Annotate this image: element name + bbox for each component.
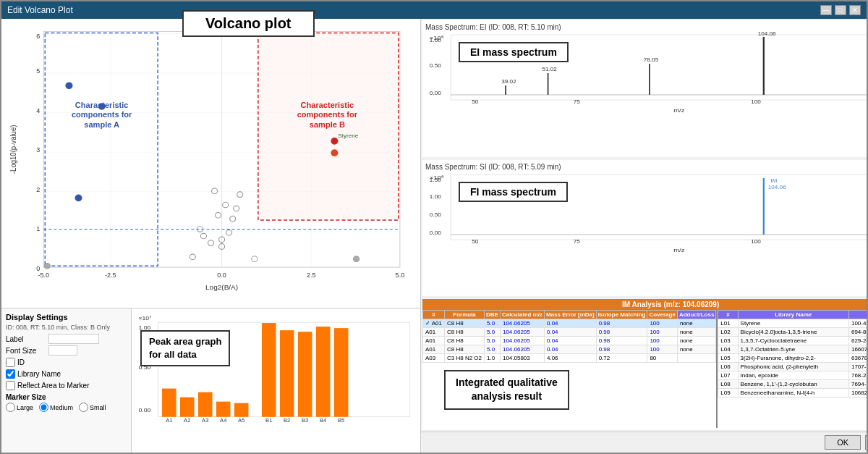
data-point[interactable] — [65, 82, 72, 89]
data-point[interactable] — [354, 256, 359, 262]
svg-text:1.00: 1.00 — [430, 38, 441, 43]
svg-rect-37 — [180, 398, 195, 417]
svg-text:m/z: m/z — [673, 107, 685, 114]
display-settings-panel: Display Settings ID: 008, RT: 5.10 min, … — [1, 308, 132, 453]
svg-text:0.0: 0.0 — [217, 272, 226, 279]
svg-text:A5: A5 — [238, 417, 244, 424]
svg-text:A2: A2 — [184, 417, 190, 424]
sample-b-label-2: components for — [297, 111, 358, 119]
svg-text:-2.5: -2.5 — [105, 272, 116, 279]
ei-spectrum-title: Mass Spectrum: EI (ID: 008, RT: 5.10 min… — [425, 23, 867, 31]
cancel-button[interactable]: Cancel — [865, 435, 867, 450]
id-checkbox[interactable] — [6, 358, 15, 367]
styrene-point[interactable] — [331, 138, 338, 145]
table-row[interactable]: ✓ A01C8 H85.0 104.062050.04 0.98100none — [423, 319, 716, 328]
svg-text:B4: B4 — [320, 417, 326, 424]
library-row[interactable]: L06Phosphonic acid, (2-phenyleth1707-08-… — [718, 363, 867, 371]
svg-text:50: 50 — [472, 99, 478, 105]
svg-text:B3: B3 — [302, 417, 308, 424]
reflect-area-checkbox[interactable] — [6, 381, 15, 390]
analysis-result-line2: analysis result — [472, 390, 542, 402]
svg-text:A1: A1 — [166, 417, 172, 424]
main-content: 0 1 2 3 4 5 6 -5.0 - — [1, 19, 867, 453]
svg-text:B1: B1 — [265, 417, 272, 424]
marker-size-radios: Large Medium Small — [6, 403, 127, 412]
table-row[interactable]: A03C3 H8 N2 O21.0 104.058034.06 0.7280 — [423, 354, 716, 363]
label-input[interactable] — [48, 334, 99, 344]
data-point[interactable] — [44, 263, 50, 269]
library-row[interactable]: L08Benzene, 1,1'-(1,2-cyclobutan7694-30-… — [718, 380, 867, 389]
svg-text:104.06: 104.06 — [758, 31, 776, 37]
id-checkbox-row: ID — [6, 358, 127, 367]
library-row[interactable]: L07Indan, epoxide768-22-9 — [718, 371, 867, 380]
library-name-checkbox-label: Library Name — [17, 370, 61, 378]
svg-rect-40 — [234, 403, 249, 417]
close-button[interactable]: ✕ — [849, 5, 861, 15]
font-size-label: Font Size — [6, 347, 46, 355]
svg-text:B2: B2 — [284, 417, 290, 424]
table-row[interactable]: A01C8 H85.0 104.062050.04 0.98100none — [423, 345, 716, 354]
left-analysis-table: # Formula DBE Calculated m/z Mass Error … — [422, 310, 716, 428]
svg-text:104.06: 104.06 — [768, 184, 786, 190]
svg-text:51.02: 51.02 — [542, 67, 556, 72]
sample-a-label-2: components for — [72, 111, 132, 119]
large-radio[interactable] — [6, 403, 15, 412]
data-point[interactable] — [75, 195, 82, 202]
library-row[interactable]: L031,3,5,7-Cyclooctatetraene629-20-9 — [718, 337, 867, 345]
small-radio[interactable] — [79, 403, 88, 412]
svg-text:39.02: 39.02 — [501, 79, 516, 85]
table-row[interactable]: A01C8 H85.0 104.062050.04 0.98100none — [423, 328, 716, 337]
svg-text:0.00: 0.00 — [138, 406, 150, 413]
svg-text:2.5: 2.5 — [307, 272, 316, 279]
main-window: Edit Volcano Plot — □ ✕ Volcano plot — [0, 0, 868, 454]
fi-spectrum-label: FI mass spectrum — [470, 186, 556, 198]
svg-rect-45 — [334, 328, 349, 417]
svg-text:0.50: 0.50 — [430, 63, 441, 69]
label-field-label: Label — [6, 335, 46, 343]
svg-text:0: 0 — [36, 265, 40, 272]
styrene-label: Styrene — [338, 133, 358, 139]
library-row[interactable]: L041,3,7-Octatrien-5-yne16607-77-5 — [718, 345, 867, 354]
fi-spectrum-label-box: FI mass spectrum — [459, 182, 568, 202]
library-row[interactable]: L053(2H)-Furanone, dihydro-2,2-63678-00-… — [718, 354, 867, 363]
large-radio-label: Large — [17, 404, 33, 411]
font-size-input[interactable] — [48, 345, 77, 356]
svg-text:IM: IM — [770, 177, 777, 183]
svg-text:75: 75 — [574, 238, 580, 244]
maximize-button[interactable]: □ — [835, 5, 846, 15]
peak-area-line1: Peak area graph — [149, 336, 221, 347]
window-controls: — □ ✕ — [820, 5, 861, 15]
minimize-button[interactable]: — — [820, 5, 832, 15]
svg-text:1: 1 — [36, 226, 40, 233]
library-name-checkbox-row: Library Name — [6, 369, 127, 379]
analysis-result-line1: Integrated qualitative — [456, 377, 558, 388]
volcano-plot-area: 0 1 2 3 4 5 6 -5.0 - — [1, 19, 420, 308]
library-table: # Library Name CAS# Sim L01Styrene100-42… — [718, 310, 867, 398]
label-row: Label — [6, 334, 127, 344]
svg-text:5: 5 — [36, 67, 40, 75]
svg-text:A4: A4 — [220, 417, 226, 424]
svg-text:A3: A3 — [202, 417, 208, 424]
data-point[interactable] — [331, 149, 338, 156]
id-checkbox-label: ID — [17, 358, 25, 366]
window-title: Edit Volcano Plot — [7, 5, 73, 15]
svg-text:100: 100 — [751, 238, 761, 244]
x-axis-label: Log2(B/A) — [205, 283, 238, 291]
svg-text:100: 100 — [751, 99, 761, 105]
svg-text:3: 3 — [36, 146, 40, 154]
library-row[interactable]: L01Styrene100-42-5↑ — [718, 319, 867, 328]
fi-spectrum-title: Mass Spectrum: SI (ID: 008, RT: 5.09 min… — [425, 163, 867, 171]
bottom-left-panel: Display Settings ID: 008, RT: 5.10 min, … — [1, 308, 420, 453]
medium-radio[interactable] — [39, 403, 48, 412]
analysis-result-label-box: Integrated qualitative analysis result — [444, 370, 569, 410]
ei-spectrum-panel: Mass Spectrum: EI (ID: 008, RT: 5.10 min… — [422, 20, 867, 157]
library-row[interactable]: L09Benzeneethanamine, N-f(4-h106827-59-2 — [718, 389, 867, 398]
data-point[interactable] — [98, 103, 106, 110]
library-name-checkbox[interactable] — [6, 369, 15, 379]
ok-button[interactable]: OK — [825, 435, 861, 450]
svg-text:B5: B5 — [338, 417, 344, 424]
reflect-area-checkbox-label: Reflect Area to Marker — [17, 382, 89, 390]
table-row[interactable]: A01C8 H85.0 104.062050.04 0.98100none — [423, 337, 716, 345]
svg-text:1.00: 1.00 — [430, 193, 441, 199]
library-row[interactable]: L02Bicyclo[4.2.0]octa-1,3,5-triene694-87… — [718, 328, 867, 337]
